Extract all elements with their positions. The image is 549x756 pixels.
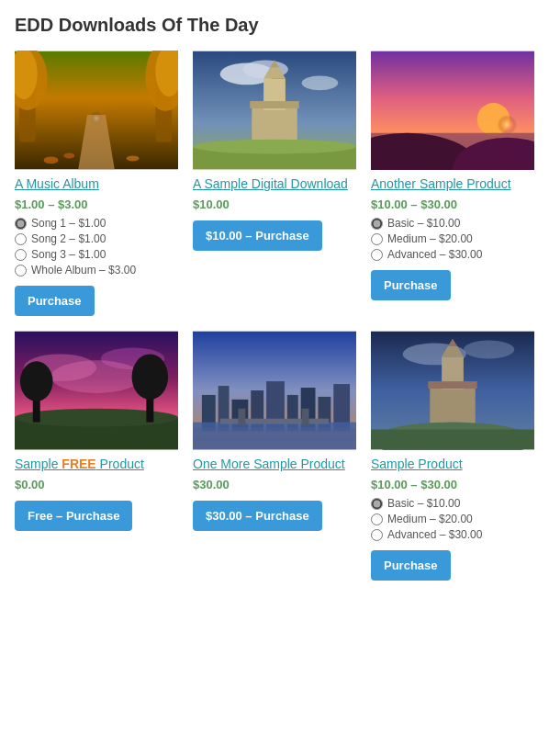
svg-point-15 xyxy=(302,75,339,90)
product-title-one-more-sample[interactable]: One More Sample Product xyxy=(193,456,356,472)
product-card-another-sample: Another Sample Product $10.00 – $30.00 B… xyxy=(371,51,534,316)
option-advanced[interactable]: Advanced – $30.00 xyxy=(371,248,534,261)
purchase-button-sample-digital[interactable]: $10.00 – Purchase xyxy=(193,220,322,251)
option-basic[interactable]: Basic – $10.00 xyxy=(371,217,534,230)
svg-point-56 xyxy=(464,341,514,359)
product-title-another-sample[interactable]: Another Sample Product xyxy=(371,175,534,192)
svg-point-10 xyxy=(63,152,74,158)
svg-point-32 xyxy=(51,361,142,394)
products-grid: A Music Album $1.00 – $3.00 Song 1 – $1.… xyxy=(15,51,534,581)
svg-point-36 xyxy=(20,362,53,402)
product-image-another-sample xyxy=(371,51,534,170)
svg-rect-20 xyxy=(250,101,298,108)
product-image-music-album xyxy=(15,51,178,170)
product-card-sample-product: Sample Product $10.00 – $30.00 Basic – $… xyxy=(371,331,534,581)
option-advanced-sp[interactable]: Advanced – $30.00 xyxy=(371,528,534,541)
page-title: EDD Downloads Of The Day xyxy=(15,15,534,36)
svg-point-11 xyxy=(127,155,140,161)
purchase-button-sample-product[interactable]: Purchase xyxy=(371,550,451,581)
product-price-sample-product: $10.00 – $30.00 xyxy=(371,478,534,491)
svg-rect-50 xyxy=(220,419,330,424)
svg-rect-53 xyxy=(193,428,356,450)
product-image-sample-product xyxy=(371,331,534,450)
product-card-music-album: A Music Album $1.00 – $3.00 Song 1 – $1.… xyxy=(15,51,178,316)
product-card-free-product: Sample FREE Product $0.00 Free – Purchas… xyxy=(15,331,178,581)
svg-rect-63 xyxy=(371,430,534,450)
option-medium-sp[interactable]: Medium – $20.00 xyxy=(371,513,534,525)
product-title-sample-digital[interactable]: A Sample Digital Download xyxy=(193,175,356,192)
svg-rect-61 xyxy=(428,381,476,389)
option-song3[interactable]: Song 3 – $1.00 xyxy=(15,248,178,261)
product-options-music-album: Song 1 – $1.00 Song 2 – $1.00 Song 3 – $… xyxy=(15,217,178,276)
purchase-button-one-more-sample[interactable]: $30.00 – Purchase xyxy=(193,501,322,531)
product-options-another-sample: Basic – $10.00 Medium – $20.00 Advanced … xyxy=(371,217,534,261)
product-price-music-album: $1.00 – $3.00 xyxy=(15,197,178,211)
product-price-one-more-sample: $30.00 xyxy=(193,478,356,491)
product-image-free-product xyxy=(15,331,178,450)
purchase-button-free-product[interactable]: Free – Purchase xyxy=(15,501,132,531)
product-title-free-product[interactable]: Sample FREE Product xyxy=(15,456,178,472)
product-price-sample-digital: $10.00 xyxy=(193,197,356,211)
product-title-sample-product[interactable]: Sample Product xyxy=(371,456,534,472)
svg-point-38 xyxy=(132,355,169,400)
product-card-sample-digital: A Sample Digital Download $10.00 $10.00 … xyxy=(193,51,356,316)
product-image-one-more-sample xyxy=(193,331,356,450)
option-song2[interactable]: Song 2 – $1.00 xyxy=(15,232,178,245)
svg-rect-51 xyxy=(238,409,245,425)
purchase-button-another-sample[interactable]: Purchase xyxy=(371,270,451,300)
option-medium[interactable]: Medium – $20.00 xyxy=(371,232,534,245)
product-price-another-sample: $10.00 – $30.00 xyxy=(371,197,534,211)
option-basic-sp[interactable]: Basic – $10.00 xyxy=(371,497,534,510)
svg-point-22 xyxy=(193,140,356,154)
svg-point-9 xyxy=(44,156,59,164)
product-image-sample-digital xyxy=(193,51,356,170)
product-title-music-album[interactable]: A Music Album xyxy=(15,175,178,192)
product-price-free-product: $0.00 xyxy=(15,478,178,491)
svg-rect-52 xyxy=(302,409,309,425)
product-options-sample-product: Basic – $10.00 Medium – $20.00 Advanced … xyxy=(371,497,534,541)
product-card-one-more-sample: One More Sample Product $30.00 $30.00 – … xyxy=(193,331,356,581)
purchase-button-music-album[interactable]: Purchase xyxy=(15,286,95,316)
option-whole-album[interactable]: Whole Album – $3.00 xyxy=(15,264,178,276)
option-song1[interactable]: Song 1 – $1.00 xyxy=(15,217,178,230)
